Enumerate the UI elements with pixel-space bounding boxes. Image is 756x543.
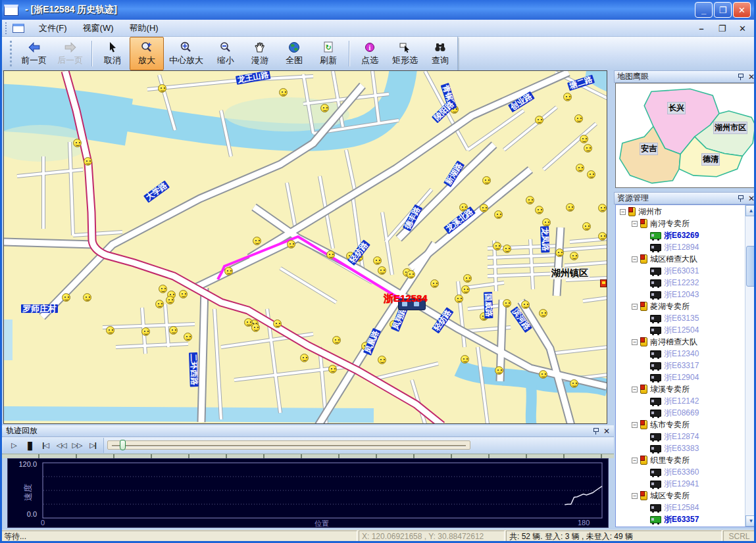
vehicle-smiley-icon[interactable] — [461, 355, 469, 364]
tree-vehicle-浙E12874[interactable]: 浙E12874 — [616, 431, 745, 442]
vehicle-smiley-icon[interactable] — [463, 274, 472, 283]
tree-expand-icon[interactable]: − — [632, 304, 638, 310]
tree-expand-icon[interactable]: − — [632, 422, 638, 428]
vehicle-smiley-icon[interactable] — [584, 144, 592, 153]
tree-scrollbar[interactable]: ▲ ▼ — [745, 205, 756, 527]
vehicle-smiley-icon[interactable] — [224, 267, 233, 275]
vehicle-smiley-icon[interactable] — [576, 164, 584, 172]
tree-expand-icon[interactable]: − — [632, 221, 638, 227]
vehicle-smiley-icon[interactable] — [155, 300, 164, 308]
tree-vehicle-浙E12904[interactable]: 浙E12904 — [616, 371, 745, 383]
toolbar-button-取消[interactable]: 取消 — [95, 37, 130, 70]
tree-vehicle-浙E63317[interactable]: 浙E63317 — [616, 360, 745, 371]
eagle-eye-map[interactable]: 长兴湖州市区安吉德清 — [615, 83, 756, 188]
vehicle-smiley-icon[interactable] — [539, 370, 547, 379]
scroll-thumb[interactable] — [746, 246, 756, 287]
menu-grip[interactable] — [5, 22, 8, 34]
vehicle-smiley-icon[interactable] — [184, 333, 192, 341]
vehicle-smiley-icon[interactable] — [300, 354, 309, 362]
menu-item-1[interactable]: 视窗(W) — [75, 20, 122, 35]
tree-vehicle-浙E63383[interactable]: 浙E63383 — [616, 442, 745, 454]
tree-vehicle-浙E12340[interactable]: 浙E12340 — [616, 348, 745, 360]
vehicle-smiley-icon[interactable] — [482, 176, 491, 185]
restore-button[interactable]: ❐ — [714, 2, 732, 18]
playback-slider[interactable] — [107, 440, 470, 450]
vehicle-smiley-icon[interactable] — [378, 266, 386, 275]
vehicle-smiley-icon[interactable] — [141, 327, 150, 336]
vehicle-smiley-icon[interactable] — [493, 242, 501, 250]
toolbar-grip[interactable] — [10, 41, 12, 66]
vehicle-smiley-icon[interactable] — [273, 319, 282, 328]
tree-expand-icon[interactable]: − — [632, 339, 638, 345]
tree-vehicle-浙E63269[interactable]: 浙E63269 — [616, 229, 745, 241]
vehicle-smiley-icon[interactable] — [244, 318, 253, 327]
scroll-up-icon[interactable]: ▲ — [745, 205, 756, 216]
tree-vehicle-浙E63357[interactable]: 浙E63357 — [616, 513, 745, 525]
toolbar-button-全图[interactable]: 全图 — [277, 37, 311, 70]
tree-expand-icon[interactable]: − — [620, 209, 626, 215]
tree-vehicle-浙E12232[interactable]: 浙E12232 — [616, 277, 745, 289]
tree-vehicle-浙E09387[interactable]: 浙E09387 — [616, 525, 745, 527]
vehicle-smiley-icon[interactable] — [503, 245, 511, 253]
fast-forward-button[interactable]: ▷▷ — [69, 439, 85, 452]
close-icon[interactable]: ✕ — [748, 74, 755, 80]
vehicle-smiley-icon[interactable] — [521, 300, 530, 309]
tree-vehicle-浙E12504[interactable]: 浙E12504 — [616, 324, 745, 336]
tree-vehicle-浙E08669[interactable]: 浙E08669 — [616, 407, 745, 419]
vehicle-smiley-icon[interactable] — [494, 210, 503, 219]
vehicle-smiley-icon[interactable] — [566, 203, 574, 212]
tree-group-南浔专卖所[interactable]: −南浔专卖所 — [616, 218, 745, 229]
toolbar-button-中心放大[interactable]: 中心放大 — [164, 37, 209, 70]
tree-group-练市专卖所[interactable]: −练市专卖所 — [616, 419, 745, 431]
tree-vehicle-浙E63135[interactable]: 浙E63135 — [616, 312, 745, 324]
step-end-button[interactable]: ▷| — [85, 439, 101, 452]
vehicle-smiley-icon[interactable] — [461, 285, 470, 294]
tree-expand-icon[interactable]: − — [632, 256, 638, 262]
vehicle-smiley-icon[interactable] — [169, 326, 178, 335]
vehicle-smiley-icon[interactable] — [480, 204, 488, 212]
vehicle-smiley-icon[interactable] — [373, 256, 382, 265]
vehicle-smiley-icon[interactable] — [526, 196, 534, 204]
tree-vehicle-浙E12941[interactable]: 浙E12941 — [616, 478, 745, 490]
tree-vehicle-浙E63031[interactable]: 浙E63031 — [616, 265, 745, 277]
vehicle-smiley-icon[interactable] — [574, 114, 583, 123]
vehicle-smiley-icon[interactable] — [580, 135, 588, 143]
close-icon[interactable]: ✕ — [748, 195, 755, 202]
tree-group-城区稽查大队[interactable]: −城区稽查大队 — [616, 253, 745, 265]
vehicle-smiley-icon[interactable] — [159, 285, 167, 293]
vehicle-smiley-icon[interactable] — [495, 366, 503, 375]
vehicle-smiley-icon[interactable] — [535, 206, 543, 214]
vehicle-smiley-icon[interactable] — [158, 84, 166, 93]
tree-vehicle-浙E12043[interactable]: 浙E12043 — [616, 289, 745, 300]
vehicle-smiley-icon[interactable] — [328, 365, 337, 373]
tree-vehicle-浙E12894[interactable]: 浙E12894 — [616, 241, 745, 253]
vehicle-smiley-icon[interactable] — [542, 218, 551, 227]
pin-icon[interactable] — [738, 195, 743, 202]
menu-item-2[interactable]: 帮助(H) — [122, 20, 166, 35]
pause-button[interactable]: ▐▌ — [22, 439, 38, 452]
vehicle-smiley-icon[interactable] — [73, 139, 82, 147]
tree-group-织里专卖所[interactable]: −织里专卖所 — [616, 454, 745, 466]
vehicle-smiley-icon[interactable] — [287, 240, 295, 248]
close-icon[interactable]: ✕ — [603, 428, 610, 435]
minimize-button[interactable]: _ — [695, 2, 713, 18]
vehicle-smiley-icon[interactable] — [503, 299, 511, 308]
slider-thumb[interactable] — [120, 440, 126, 450]
mdi-window-controls[interactable]: － ❐ ✕ — [697, 23, 751, 35]
vehicle-smiley-icon[interactable] — [166, 296, 174, 304]
menu-item-0[interactable]: 文件(F) — [31, 20, 75, 35]
toolbar-button-矩形选[interactable]: 矩形选 — [387, 37, 423, 70]
vehicle-smiley-icon[interactable] — [598, 232, 607, 241]
tree-group-菱湖专卖所[interactable]: −菱湖专卖所 — [616, 300, 745, 312]
vehicle-smiley-icon[interactable] — [563, 93, 572, 101]
tree-vehicle-浙E12142[interactable]: 浙E12142 — [616, 395, 745, 407]
toolbar-button-查询[interactable]: 查询 — [423, 37, 457, 70]
vehicle-smiley-icon[interactable] — [179, 290, 188, 298]
tree-group-城区专卖所[interactable]: −城区专卖所 — [616, 490, 745, 502]
tree-group-南浔稽查大队[interactable]: −南浔稽查大队 — [616, 336, 745, 348]
vehicle-smiley-icon[interactable] — [555, 248, 564, 257]
vehicle-smiley-icon[interactable] — [407, 270, 415, 279]
rewind-button[interactable]: ◁◁ — [53, 439, 69, 452]
play-button[interactable]: ▷ — [6, 439, 22, 452]
tree-vehicle-浙E63360[interactable]: 浙E63360 — [616, 466, 745, 478]
